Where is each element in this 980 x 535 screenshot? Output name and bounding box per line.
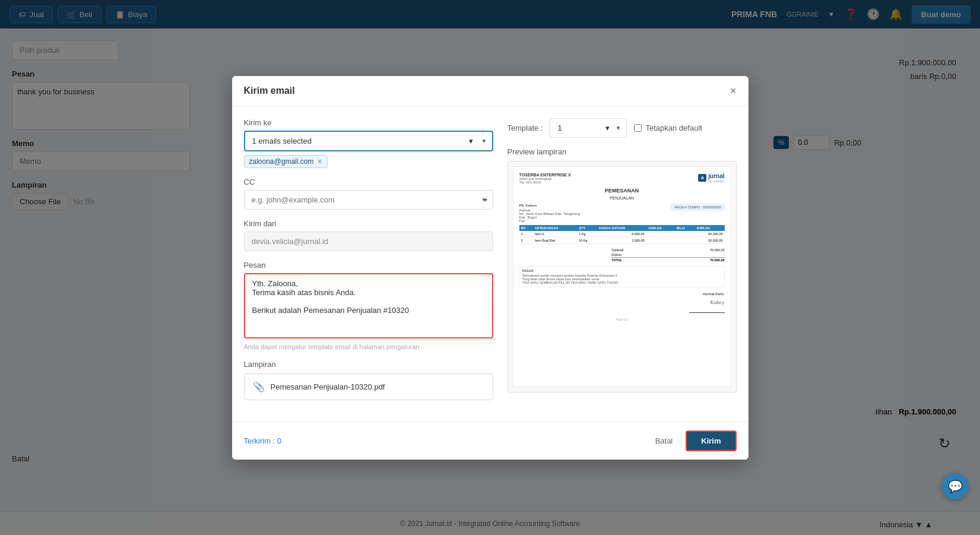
kirim-ke-value: 1 emails selected <box>252 137 312 145</box>
doc-logo: A jurnal by mekari <box>698 173 724 183</box>
lampiran-file-card: 📎 Pemesanan Penjualan-10320.pdf <box>244 373 493 400</box>
doc-table: NO KETERANGAN QTY HARGA SATUAN JUMLAH NI… <box>519 225 725 244</box>
preview-section: Preview lampiran TOSERBA ENTERPRISE X Ja… <box>508 147 737 392</box>
email-tag-text: zaloona@gmail.com <box>249 157 314 166</box>
modal-right-column: Template : 1 ▾ Tetapkan default Preview … <box>508 118 737 410</box>
kirim-ke-group: Kirim ke 1 emails selected ▾ zaloona@gma… <box>244 118 493 168</box>
template-value: 1 <box>557 124 562 132</box>
preview-image-box: TOSERBA ENTERPRISE X Jalan jual terlengk… <box>508 161 737 392</box>
template-label: Template : <box>508 124 543 132</box>
pesan-hint: Anda dapat mengatur template email di ha… <box>244 343 493 350</box>
send-email-modal: Kirim email × Kirim ke 1 emails selected… <box>232 76 749 460</box>
modal-footer: Terkirim : 0 Batal Kirim <box>232 422 749 460</box>
preview-lampiran-label: Preview lampiran <box>508 147 737 156</box>
kirim-ke-select[interactable]: 1 emails selected ▾ <box>244 131 493 151</box>
pesan-label: Pesan <box>244 261 493 270</box>
cc-input[interactable] <box>244 190 493 210</box>
batal-button[interactable]: Batal <box>648 432 680 450</box>
email-tag: zaloona@gmail.com × <box>244 155 328 168</box>
lampiran-filename: Pemesanan Penjualan-10320.pdf <box>271 382 385 391</box>
terkirim-text: Terkirim : 0 <box>244 436 282 445</box>
pesan-group: Pesan Yth. Zaloona, Terima kasih atas bi… <box>244 261 493 350</box>
kirim-button[interactable]: Kirim <box>686 430 736 451</box>
kirim-ke-chevron-icon: ▾ <box>469 137 473 145</box>
preview-document: TOSERBA ENTERPRISE X Jalan jual terlengk… <box>513 166 731 387</box>
doc-note-line3: TIDA KATU SEMBALUN PILLAR TIDA BIRU TAPE… <box>522 281 722 284</box>
template-row: Template : 1 ▾ Tetapkan default <box>508 118 737 138</box>
tetapkan-default-checkbox[interactable] <box>634 124 642 132</box>
template-select[interactable]: 1 ▾ <box>550 118 627 138</box>
modal-close-button[interactable]: × <box>730 86 737 96</box>
template-chevron-icon: ▾ <box>605 124 610 132</box>
kirim-dari-input <box>244 232 493 251</box>
lampiran-group: Lampiran 📎 Pemesanan Penjualan-10320.pdf <box>244 360 493 400</box>
kirim-dari-label: Kirim dari <box>244 219 493 228</box>
kirim-dari-group: Kirim dari <box>244 219 493 251</box>
paperclip-icon: 📎 <box>253 381 265 392</box>
tetapkan-default-group: Tetapkan default <box>634 124 702 132</box>
doc-footer-note: PESAN Terimakasih sudah mempercayakan ke… <box>519 266 725 287</box>
doc-page: Page 1/1 <box>519 318 725 321</box>
lampiran-label: Lampiran <box>244 360 493 369</box>
doc-subtitle: PENJUALAN <box>519 196 725 200</box>
template-select-wrapper: 1 ▾ <box>550 118 627 138</box>
chat-icon: 💬 <box>948 479 963 493</box>
cc-label: CC <box>244 178 493 186</box>
doc-company: TOSERBA ENTERPRISE X <box>519 173 571 177</box>
pesan-textarea[interactable]: Yth. Zaloona, Terima kasih atas bisnis A… <box>244 273 493 338</box>
doc-totals: Subtotal70.000,00 Diskon- TOTAL70.000,00 <box>611 248 724 262</box>
chat-fab-button[interactable]: 💬 <box>942 473 968 499</box>
footer-buttons: Batal Kirim <box>648 430 737 451</box>
doc-address: Tlp: 021-8010 <box>519 181 571 184</box>
doc-logo-icon: A <box>698 174 706 182</box>
doc-title: PEMESANAN <box>519 188 725 194</box>
kirim-ke-select-wrapper: 1 emails selected ▾ <box>244 131 493 151</box>
cc-group: CC ▾ <box>244 178 493 210</box>
doc-logo-sub: by mekari <box>708 179 724 183</box>
doc-bill-to: PIL Kebon Alamat No. Jenis Kota Bekasi K… <box>519 204 581 223</box>
tetapkan-default-label: Tetapkan default <box>645 124 702 132</box>
modal-header: Kirim email × <box>232 76 749 106</box>
kirim-ke-label: Kirim ke <box>244 118 493 127</box>
cc-select-wrapper: ▾ <box>244 190 493 210</box>
doc-order-info: ANGKA TEMPO : 00/00/0000 <box>671 204 725 223</box>
modal-left-column: Kirim ke 1 emails selected ▾ zaloona@gma… <box>244 118 493 410</box>
doc-bill-section: PIL Kebon Alamat No. Jenis Kota Bekasi K… <box>519 204 725 223</box>
doc-signature: Hormat Kami, Kuhcy <box>519 292 725 313</box>
email-tag-remove-button[interactable]: × <box>317 157 322 166</box>
doc-logo-text: jurnal <box>708 173 724 179</box>
modal-title: Kirim email <box>244 86 295 96</box>
modal-body: Kirim ke 1 emails selected ▾ zaloona@gma… <box>232 106 749 422</box>
